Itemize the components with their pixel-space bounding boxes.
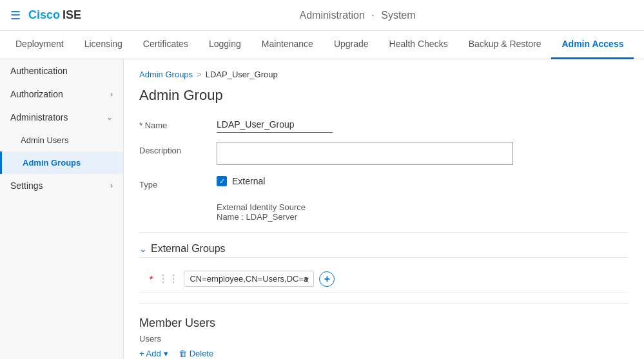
- sidebar-item-authentication[interactable]: Authentication: [0, 59, 123, 82]
- name-control: [217, 117, 629, 133]
- breadcrumb-admin-groups[interactable]: Admin Groups: [139, 70, 193, 79]
- admin-group-title: Admin Group: [139, 87, 629, 104]
- sidebar: Authentication Authorization › Administr…: [0, 59, 124, 359]
- name-input[interactable]: [217, 117, 333, 133]
- tab-settings[interactable]: Settings: [634, 31, 644, 59]
- sidebar-item-authorization[interactable]: Authorization ›: [0, 82, 123, 106]
- chevron-right-icon2: ›: [110, 181, 113, 190]
- cisco-logo[interactable]: Cisco ISE: [28, 8, 81, 22]
- hamburger-icon[interactable]: ☰: [10, 8, 21, 23]
- sidebar-item-settings[interactable]: Settings ›: [0, 174, 123, 197]
- ext-identity-info: External Identity Source Name : LDAP_Ser…: [217, 202, 629, 222]
- description-control: [217, 142, 629, 167]
- tab-admin-access[interactable]: Admin Access: [551, 31, 634, 59]
- type-label: Type: [139, 176, 217, 189]
- delete-button[interactable]: 🗑 Delete: [179, 349, 214, 358]
- tab-licensing[interactable]: Licensing: [74, 31, 133, 59]
- group-select-wrap: CN=employee,CN=Users,DC=a: [184, 271, 314, 287]
- tab-upgrade[interactable]: Upgrade: [324, 31, 379, 59]
- tab-maintenance[interactable]: Maintenance: [251, 31, 324, 59]
- chevron-down-icon: ⌄: [106, 113, 113, 122]
- tab-certificates[interactable]: Certificates: [133, 31, 199, 59]
- external-checkbox[interactable]: [217, 176, 227, 186]
- group-select[interactable]: CN=employee,CN=Users,DC=a: [184, 271, 314, 287]
- users-toolbar: + Add ▾ 🗑 Delete: [139, 349, 629, 358]
- ise-text: ISE: [63, 8, 81, 22]
- users-label: Users: [139, 334, 629, 344]
- description-textarea[interactable]: [217, 142, 513, 165]
- breadcrumb-separator: >: [197, 70, 202, 79]
- page-title-bar: Administration · System: [81, 10, 634, 21]
- nav-tabs: Deployment Licensing Certificates Loggin…: [0, 31, 644, 59]
- type-row: Type External: [139, 176, 629, 189]
- required-asterisk: *: [150, 274, 153, 284]
- chevron-right-icon: ›: [110, 90, 113, 99]
- add-group-row-button[interactable]: +: [319, 271, 335, 287]
- add-chevron-icon: ▾: [164, 349, 168, 358]
- description-label: Description: [139, 142, 217, 155]
- tab-deployment[interactable]: Deployment: [5, 31, 74, 59]
- type-control: External: [217, 176, 629, 186]
- breadcrumb-current: LDAP_User_Group: [206, 70, 278, 79]
- name-label: * Name: [139, 117, 217, 130]
- sidebar-item-administrators[interactable]: Administrators ⌄: [0, 106, 123, 129]
- external-group-row: * ⋮⋮ CN=employee,CN=Users,DC=a +: [139, 266, 629, 293]
- main-content: Admin Groups > LDAP_User_Group Admin Gro…: [124, 59, 644, 359]
- tab-backup-restore[interactable]: Backup & Restore: [458, 31, 552, 59]
- cisco-text: Cisco: [28, 8, 60, 22]
- delete-label: Delete: [190, 349, 214, 358]
- external-groups-header[interactable]: ⌄ External Groups: [139, 243, 629, 258]
- tab-logging[interactable]: Logging: [199, 31, 251, 59]
- external-groups-label: External Groups: [151, 243, 226, 255]
- drag-handle-icon[interactable]: ⋮⋮: [158, 273, 179, 285]
- member-users-title: Member Users: [139, 316, 629, 330]
- collapse-icon: ⌄: [139, 244, 147, 254]
- sidebar-item-admin-groups[interactable]: Admin Groups: [0, 151, 123, 174]
- sidebar-item-admin-users[interactable]: Admin Users: [0, 129, 123, 151]
- name-row: * Name: [139, 117, 629, 133]
- trash-icon: 🗑: [179, 349, 187, 358]
- tab-health-checks[interactable]: Health Checks: [379, 31, 458, 59]
- description-row: Description: [139, 142, 629, 167]
- form-section: * Name Description Type External: [139, 117, 629, 189]
- breadcrumb: Admin Groups > LDAP_User_Group: [139, 70, 629, 79]
- add-button[interactable]: + Add ▾: [139, 349, 168, 358]
- add-icon: + Add: [139, 349, 161, 358]
- external-label: External: [232, 176, 265, 186]
